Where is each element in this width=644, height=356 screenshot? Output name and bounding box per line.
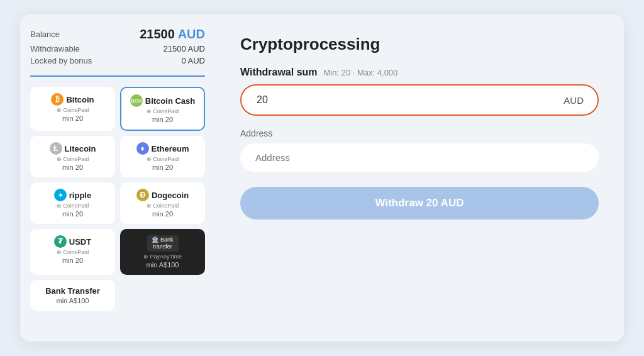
ethereum-name: Ethereum [152,144,189,153]
bank-transfer-small-icon: 🏦 Bank transfer [147,236,179,250]
bitcoin-min: min 20 [62,114,83,122]
crypto-card-bank-transfer[interactable]: Bank Transfer min A$100 [30,280,115,311]
locked-value: 0 AUD [181,56,205,65]
balance-label: Balance [30,30,60,39]
withdrawal-sum-label: Withdrawal sum [240,67,318,78]
crypto-card-litecoin[interactable]: Ł Litecoin ⊕ CoinsPaid min 20 [30,136,115,177]
litecoin-min: min 20 [62,164,83,171]
crypto-card-bitcoin-cash[interactable]: BCH Bitcoin Cash ⊕ CoinsPaid min 20 [120,87,205,131]
ripple-name: ripple [69,191,91,200]
bank-transfer-min: min A$100 [57,297,89,304]
bitcoin-cash-provider: ⊕ CoinsPaid [147,108,179,114]
ripple-min: min 20 [62,210,83,218]
amount-input-wrapper: AUD [240,84,599,116]
address-label: Address [240,128,599,138]
balance-section: Balance 21500 AUD Withdrawable 21500 AUD… [30,27,205,77]
litecoin-name: Litecoin [65,144,96,153]
bank-small-min: min A$100 [147,261,179,269]
crypto-card-bank-small[interactable]: 🏦 Bank transfer ⊕ PayAnyTime min A$100 [120,229,205,275]
right-panel: Cryptoprocessing Withdrawal sum Min: 20 … [215,14,624,342]
main-container: Balance 21500 AUD Withdrawable 21500 AUD… [20,14,624,342]
crypto-card-ripple[interactable]: ✦ ripple ⊕ CoinsPaid min 20 [30,182,115,224]
amount-input[interactable] [240,84,599,116]
bitcoin-cash-icon: BCH [130,94,143,107]
left-panel: Balance 21500 AUD Withdrawable 21500 AUD… [20,14,215,342]
ripple-icon: ✦ [54,189,67,201]
crypto-card-usdt[interactable]: ₮ USDT ⊕ CoinsPaid min 20 [30,229,115,275]
locked-label: Locked by bonus [30,56,92,65]
page-title: Cryptoprocessing [240,35,599,54]
address-input[interactable] [240,143,599,172]
usdt-icon: ₮ [54,235,67,248]
withdrawable-label: Withdrawable [30,44,80,53]
withdrawal-sum-hint: Min: 20 · Max: 4,000 [324,68,398,77]
withdrawable-value: 21500 AUD [164,44,206,53]
dogecoin-icon: Ð [136,189,149,201]
bitcoin-provider: ⊕ CoinsPaid [57,107,89,113]
ripple-provider: ⊕ CoinsPaid [57,203,89,209]
bank-small-provider: ⊕ PayAnyTime [143,253,182,260]
crypto-card-dogecoin[interactable]: Ð Dogecoin ⊕ CoinsPaid min 20 [120,182,205,224]
usdt-provider: ⊕ CoinsPaid [57,249,89,255]
crypto-grid: ₿ Bitcoin ⊕ CoinsPaid min 20 BCH Bitcoin… [30,87,205,311]
withdraw-button[interactable]: Withdraw 20 AUD [240,187,599,220]
withdrawal-sum-row: Withdrawal sum Min: 20 · Max: 4,000 [240,67,599,78]
ethereum-min: min 20 [152,164,173,171]
bitcoin-cash-min: min 20 [152,116,173,123]
dogecoin-provider: ⊕ CoinsPaid [147,203,179,209]
ethereum-provider: ⊕ CoinsPaid [147,156,179,162]
ethereum-icon: ♦ [136,142,149,155]
balance-main-value: 21500 AUD [140,27,205,42]
bank-transfer-name: Bank Transfer [45,286,100,296]
litecoin-provider: ⊕ CoinsPaid [57,156,89,162]
litecoin-icon: Ł [50,142,62,155]
usdt-min: min 20 [62,257,83,264]
amount-currency: AUD [564,95,584,106]
bitcoin-icon: ₿ [51,93,64,106]
bitcoin-cash-name: Bitcoin Cash [145,96,195,106]
crypto-card-bitcoin[interactable]: ₿ Bitcoin ⊕ CoinsPaid min 20 [30,87,115,131]
bitcoin-name: Bitcoin [66,95,94,104]
usdt-name: USDT [69,237,91,247]
dogecoin-min: min 20 [152,210,173,218]
crypto-card-ethereum[interactable]: ♦ Ethereum ⊕ CoinsPaid min 20 [120,136,205,177]
dogecoin-name: Dogecoin [152,191,189,200]
